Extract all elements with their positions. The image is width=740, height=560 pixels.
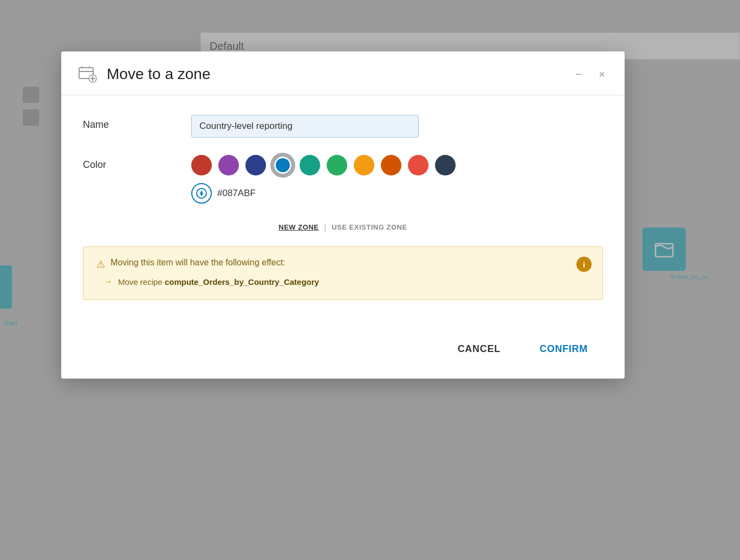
color-swatch-teal[interactable] [300,155,320,175]
warning-triangle-icon: ⚠ [96,258,105,270]
color-picker-icon[interactable] [191,183,212,204]
warning-message: Moving this item will have the following… [111,258,589,268]
color-value-row: #087ABF [191,183,603,204]
color-swatch-orange[interactable] [381,155,401,175]
tab-new-zone[interactable]: NEW ZONE [278,221,319,233]
modal-body: Name Color #087 [61,95,625,326]
cancel-button[interactable]: CANCEL [443,337,516,361]
modal-title: Move to a zone [107,66,571,83]
close-button[interactable]: × [594,67,609,82]
color-swatch-dark-gray[interactable] [435,155,456,175]
modal-footer: CANCEL CONFIRM [61,326,625,379]
tab-use-existing-zone[interactable]: USE EXISTING ZONE [332,221,407,233]
color-label: Color [83,155,191,171]
warning-list-item: →Move recipe compute_Orders_by_Country_C… [104,277,589,286]
color-swatch-blue[interactable] [272,155,293,175]
color-form-control: #087ABF [191,155,603,204]
warning-list: →Move recipe compute_Orders_by_Country_C… [96,277,589,286]
color-swatch-green[interactable] [327,155,347,175]
warning-recipe-text: Move recipe compute_Orders_by_Country_Ca… [118,277,319,286]
color-swatches-row [191,155,603,175]
modal-header: Move to a zone − × [61,51,625,95]
warning-box: i ⚠ Moving this item will have the follo… [83,246,603,300]
confirm-button[interactable]: CONFIRM [524,337,603,361]
color-swatch-red[interactable] [191,155,212,175]
name-label: Name [83,115,191,131]
zone-tab-divider: | [324,223,326,232]
modal-dialog: Move to a zone − × Name Color [61,51,625,379]
name-form-row: Name [83,115,603,138]
warning-recipe-name: compute_Orders_by_Country_Category [165,277,319,286]
modal-zone-icon [76,63,98,85]
color-swatch-yellow[interactable] [354,155,374,175]
warning-header: ⚠ Moving this item will have the followi… [96,258,589,270]
name-input[interactable] [191,115,419,138]
color-hex-value: #087ABF [217,188,256,199]
zone-tabs: NEW ZONE | USE EXISTING ZONE [83,221,603,233]
modal-header-actions: − × [571,67,609,82]
warning-arrow-icon: → [104,277,113,286]
color-form-row: Color #087ABF [83,155,603,204]
name-form-control [191,115,603,138]
color-swatch-dark-blue[interactable] [245,155,266,175]
color-swatch-purple[interactable] [218,155,239,175]
minimize-button[interactable]: − [571,67,586,82]
warning-info-icon[interactable]: i [576,257,592,272]
color-swatch-light-red[interactable] [408,155,429,175]
